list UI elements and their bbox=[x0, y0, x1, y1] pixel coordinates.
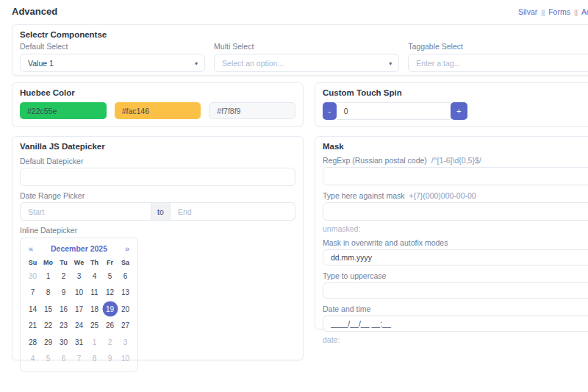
calendar-day[interactable]: 10 bbox=[71, 285, 87, 302]
calendar-dow: We bbox=[71, 257, 87, 268]
calendar-day[interactable]: 17 bbox=[71, 301, 87, 318]
color-swatch-yellow[interactable]: #fac146 bbox=[115, 102, 201, 119]
inline-calendar: « December 2025 » SuMoTuWeThFrSa30123456… bbox=[20, 238, 138, 372]
calendar-day[interactable]: 7 bbox=[25, 285, 40, 302]
calendar-day[interactable]: 10 bbox=[118, 351, 133, 368]
calendar-day[interactable]: 30 bbox=[56, 334, 71, 351]
calendar-day[interactable]: 2 bbox=[102, 334, 118, 351]
unmasked-label: unmasked: bbox=[323, 224, 588, 234]
spin-increment-button[interactable]: + bbox=[451, 102, 467, 120]
card-title: Custom Touch Spin bbox=[323, 88, 588, 98]
date-range-group: to bbox=[20, 202, 295, 221]
range-end-input[interactable] bbox=[171, 202, 295, 221]
selectr-components-card: Selectr Componentse Default Select Value… bbox=[12, 24, 588, 76]
calendar-prev-button[interactable]: « bbox=[25, 244, 37, 253]
regexp-mask-input[interactable] bbox=[323, 167, 588, 185]
calendar-grid: SuMoTuWeThFrSa30123456789101112131415161… bbox=[25, 257, 133, 367]
default-select-value: Value 1 bbox=[28, 59, 54, 68]
huebee-color-card: Huebee Color #22c55e #fac146 #f7f8f9 bbox=[12, 82, 304, 126]
range-start-input[interactable] bbox=[20, 202, 151, 221]
calendar-day[interactable]: 14 bbox=[25, 301, 40, 318]
breadcrumb-separator: || bbox=[541, 8, 545, 16]
calendar-day[interactable]: 1 bbox=[87, 334, 102, 351]
overwrite-mask-input[interactable] bbox=[323, 249, 588, 266]
caret-down-icon: ▾ bbox=[389, 60, 392, 66]
calendar-day[interactable]: 4 bbox=[25, 351, 40, 368]
inline-datepicker-label: Inline Datepicker bbox=[20, 227, 295, 235]
default-datepicker-label: Default Datepicker bbox=[20, 157, 295, 165]
default-datepicker-input[interactable] bbox=[20, 168, 295, 186]
calendar-day[interactable]: 8 bbox=[40, 285, 56, 302]
calendar-day[interactable]: 3 bbox=[71, 268, 87, 285]
caret-down-icon: ▾ bbox=[195, 60, 198, 66]
calendar-day[interactable]: 13 bbox=[118, 285, 133, 302]
calendar-day[interactable]: 6 bbox=[118, 268, 133, 285]
card-title: Huebee Color bbox=[20, 88, 295, 98]
calendar-day[interactable]: 8 bbox=[87, 351, 102, 368]
calendar-day[interactable]: 15 bbox=[40, 301, 56, 318]
calendar-day[interactable]: 16 bbox=[56, 301, 71, 318]
regexp-pattern: /^[1-6]\d{0,5}$/ bbox=[431, 156, 481, 165]
datetime-input[interactable] bbox=[323, 316, 588, 332]
calendar-day[interactable]: 24 bbox=[71, 318, 87, 335]
calendar-day[interactable]: 31 bbox=[71, 334, 87, 351]
calendar-day[interactable]: 29 bbox=[40, 334, 56, 351]
calendar-day[interactable]: 3 bbox=[118, 334, 133, 351]
range-to-addon: to bbox=[151, 202, 171, 221]
card-title: Mask bbox=[323, 141, 588, 152]
mask-card: Mask RegExp (Russian postal code) /^[1-6… bbox=[315, 136, 588, 329]
uppercase-input[interactable] bbox=[323, 282, 588, 299]
calendar-day[interactable]: 23 bbox=[56, 318, 71, 335]
overwrite-mask-label: Mask in overwrite and autofix modes bbox=[323, 239, 588, 247]
calendar-day[interactable]: 19 bbox=[102, 301, 118, 318]
calendar-day[interactable]: 21 bbox=[25, 318, 40, 335]
date-range-label: Date Range Picker bbox=[20, 192, 295, 200]
date-output-label: date: bbox=[323, 335, 588, 345]
phone-mask-label: Type here against mask +{7}(000)000-00-0… bbox=[323, 192, 588, 200]
calendar-day[interactable]: 26 bbox=[102, 318, 118, 335]
page-title: Advanced bbox=[12, 6, 57, 17]
datetime-label: Date and time bbox=[323, 305, 588, 313]
color-swatch-green[interactable]: #22c55e bbox=[20, 102, 107, 119]
color-swatch-gray[interactable]: #f7f8f9 bbox=[209, 102, 295, 119]
phone-mask-input[interactable] bbox=[323, 202, 588, 221]
calendar-day[interactable]: 20 bbox=[118, 301, 133, 318]
calendar-day[interactable]: 28 bbox=[25, 334, 40, 351]
multi-select[interactable]: Select an option... ▾ bbox=[214, 54, 399, 72]
calendar-day[interactable]: 4 bbox=[87, 268, 102, 285]
calendar-dow: Mo bbox=[40, 257, 56, 268]
calendar-day[interactable]: 25 bbox=[87, 318, 102, 335]
card-title: Selectr Componentse bbox=[20, 29, 588, 40]
breadcrumb-link-advanced[interactable]: Advanced bbox=[581, 7, 588, 16]
calendar-day[interactable]: 9 bbox=[56, 285, 71, 302]
advanced-page: Advanced Silvar||Forms||Advanced Selectr… bbox=[0, 0, 588, 392]
calendar-day[interactable]: 18 bbox=[87, 301, 102, 318]
spin-decrement-button[interactable]: - bbox=[323, 102, 337, 120]
breadcrumb: Silvar||Forms||Advanced bbox=[518, 7, 588, 16]
calendar-dow: Tu bbox=[56, 257, 71, 268]
calendar-day[interactable]: 27 bbox=[118, 318, 133, 335]
calendar-dow: Sa bbox=[118, 257, 133, 268]
calendar-day[interactable]: 2 bbox=[56, 268, 71, 285]
multi-select-placeholder: Select an option... bbox=[222, 59, 284, 68]
calendar-day[interactable]: 6 bbox=[56, 351, 71, 368]
taggable-select-label: Taggable Select bbox=[408, 43, 588, 51]
calendar-day[interactable]: 5 bbox=[40, 351, 56, 368]
calendar-day[interactable]: 1 bbox=[40, 268, 56, 285]
taggable-select-input[interactable] bbox=[408, 54, 588, 72]
spin-value-input[interactable] bbox=[337, 102, 451, 120]
datepicker-card: Vanilla JS Datepicker Default Datepicker… bbox=[12, 136, 304, 360]
calendar-day[interactable]: 22 bbox=[40, 318, 56, 335]
default-select[interactable]: Value 1 ▾ bbox=[20, 54, 205, 72]
calendar-day[interactable]: 30 bbox=[25, 268, 40, 285]
calendar-dow: Th bbox=[87, 257, 102, 268]
calendar-next-button[interactable]: » bbox=[121, 244, 133, 253]
calendar-day[interactable]: 7 bbox=[71, 351, 87, 368]
breadcrumb-link-silvar[interactable]: Silvar bbox=[518, 7, 537, 16]
calendar-day[interactable]: 9 bbox=[102, 351, 118, 368]
calendar-day[interactable]: 5 bbox=[102, 268, 118, 285]
calendar-day[interactable]: 11 bbox=[87, 285, 102, 302]
breadcrumb-link-forms[interactable]: Forms bbox=[548, 7, 570, 16]
calendar-month-label[interactable]: December 2025 bbox=[37, 244, 121, 253]
calendar-day[interactable]: 12 bbox=[102, 285, 118, 302]
